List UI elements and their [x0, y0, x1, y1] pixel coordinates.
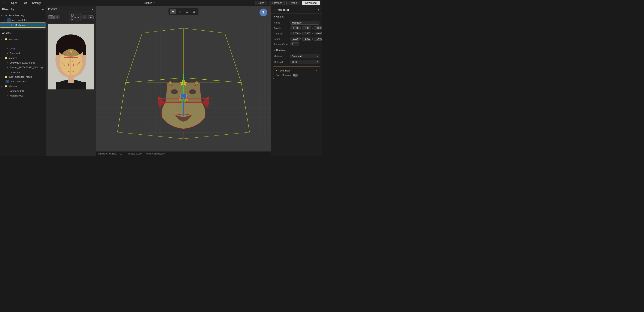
vp-tool-rotate[interactable]: ◎ — [177, 9, 183, 14]
hierarchy-add-icon[interactable]: + — [42, 8, 44, 11]
pos-y-input[interactable] — [302, 26, 311, 30]
face-inset-section: ▾ Face Inset + Face Mapping — [273, 66, 320, 79]
home-icon[interactable]: ⌂ — [2, 1, 6, 5]
tree-arrow-face-mask: ▾ — [4, 19, 7, 21]
view-2d-button[interactable]: □ — [48, 15, 54, 19]
tree-item-jpeg[interactable]: ▪ 20240115-202238.jpeg — [0, 60, 46, 65]
zoom-x-label: X — [300, 38, 302, 40]
tree-item-face-tracking[interactable]: ▾ ◈ Face Tracking — [0, 13, 46, 18]
rot-y-input[interactable] — [302, 32, 311, 35]
pos-x-group: X — [290, 26, 302, 30]
section-renderer[interactable]: ▾ Renderer — [271, 47, 322, 53]
tree-item-unlit[interactable]: ● Unlit — [0, 46, 46, 51]
project-name: untitled — [144, 1, 152, 4]
viewport[interactable]: ✛ ◎ ⊡ ⊟ T F — [96, 6, 271, 156]
tree-item-crown[interactable]: ▪ crown.png — [0, 70, 46, 74]
svg-point-36 — [182, 98, 184, 99]
inspector-add-icon[interactable]: + — [318, 8, 320, 11]
tree-item-material-folder[interactable]: ▾ 📁 Material — [0, 84, 46, 89]
svg-point-26 — [189, 89, 196, 94]
vp-tool-move[interactable]: ✛ — [170, 9, 176, 14]
preview-title: Preview — [48, 7, 58, 10]
view-3d-button[interactable]: ◎ — [54, 15, 60, 19]
face-inset-header[interactable]: ▾ Face Inset + — [274, 68, 320, 73]
menu-edit[interactable]: Edit — [20, 1, 29, 5]
download-button[interactable]: Download — [302, 1, 320, 5]
vp-tool-screen[interactable]: ⊟ — [191, 9, 197, 14]
zoom-z-input[interactable] — [314, 37, 322, 41]
prop-rotation-row: Rotation X Y Z — [271, 31, 322, 36]
material1-dropdown[interactable]: Standard ▾ — [290, 54, 320, 58]
assets-add-icon[interactable]: + — [42, 31, 44, 35]
dot-icon-material003: ● — [6, 94, 9, 97]
prop-position-label: Position — [274, 27, 289, 29]
project-chevron-icon[interactable]: ▾ — [154, 1, 155, 4]
vp-tool-scale[interactable]: ⊡ — [184, 9, 190, 14]
zoom-y-input[interactable] — [302, 37, 311, 41]
face-mask-fbx-label: face_mask.fbx — [12, 19, 28, 21]
tree-item-lambert[interactable]: ● lambert2.001 — [0, 89, 46, 93]
dot-icon-1: ● — [6, 42, 9, 45]
export-button[interactable]: Export — [286, 1, 300, 5]
person-dropdown-arrow: ▾ — [78, 16, 79, 18]
stop-button[interactable]: ■ — [88, 15, 94, 19]
tree-item-textures[interactable]: ▾ 📁 textures — [0, 56, 46, 60]
rot-y-group: Y — [302, 32, 313, 35]
zoom-y-group: Y — [302, 37, 313, 41]
png1-label: Anlseq_1676463991_000.png — [10, 66, 42, 69]
svg-line-21 — [225, 33, 241, 83]
face-preview — [48, 24, 94, 89]
tree-item-materials[interactable]: ▾ 📁 materials — [0, 37, 46, 41]
tree-item-material003[interactable]: ● Material.003 — [0, 93, 46, 98]
svg-line-18 — [117, 83, 126, 132]
inspector-title: Inspector — [277, 8, 290, 11]
svg-marker-38 — [158, 97, 160, 99]
tree-item-standard[interactable]: ● Standard — [0, 51, 46, 56]
status-bar: Number of vertices: 7419 Triangles: 0.00… — [96, 151, 271, 156]
tree-item-png1[interactable]: ▪ Anlseq_1676463991_000.png — [0, 65, 46, 70]
pos-x-input[interactable] — [290, 26, 300, 30]
tree-item-mesheye[interactable]: ▾ ⬡ Mesheye — [0, 22, 46, 28]
preview-header: Preview ⌄ — [46, 6, 96, 12]
rot-x-input[interactable] — [290, 32, 300, 35]
tree-item-mat-dot[interactable]: ● — [0, 41, 46, 46]
crown-label: crown.png — [10, 71, 21, 73]
tree-item-fbx-model-folder[interactable]: ▾ 📁 face_mask.fbx_model — [0, 74, 46, 79]
prop-zoom-label: Zoom — [274, 38, 289, 40]
folder-icon-textures: 📁 — [4, 56, 8, 60]
tree-item-face-mask-fbx[interactable]: ▾ f face_mask.fbx — [0, 18, 46, 22]
preview-collapse-icon[interactable]: ⌄ — [92, 7, 94, 10]
prop-position-row: Position X Y Z — [271, 25, 322, 31]
rot-x-group: X — [290, 32, 302, 35]
refresh-button[interactable]: ↻ — [82, 15, 87, 19]
section-object[interactable]: ▾ Object — [271, 14, 322, 20]
preview-button[interactable]: Preview — [269, 1, 285, 5]
svg-marker-16 — [117, 78, 250, 139]
materials-label: materials — [8, 38, 19, 40]
render-order-input[interactable] — [290, 42, 299, 46]
pos-z-input[interactable] — [314, 26, 322, 30]
rot-y-label: Y — [312, 32, 313, 35]
material-folder-label: Material — [8, 85, 17, 87]
prop-name-input[interactable]: Mesheye — [290, 21, 320, 25]
tree-arrow-material-folder: ▾ — [1, 85, 4, 87]
svg-point-25 — [171, 89, 178, 94]
assets-header: Assets + — [0, 30, 46, 37]
menu-bar-right: Save Preview Export Download — [255, 1, 320, 5]
person-dropdown[interactable]: Idel (Person 1) ▾ — [69, 13, 81, 21]
face-inset-add-icon[interactable]: + — [316, 69, 317, 72]
material2-dropdown[interactable]: Unlit ▾ — [290, 60, 320, 64]
status-nodes: Number of nodes: 0 — [146, 153, 165, 155]
tree-item-fbx2[interactable]: f face_mask.fbx — [0, 79, 46, 84]
menu-settings[interactable]: Settings — [30, 1, 44, 5]
dot-icon-lambert: ● — [6, 89, 9, 93]
svg-point-29 — [196, 81, 198, 84]
preview-image-area — [46, 23, 96, 156]
rot-z-input[interactable] — [314, 32, 322, 35]
face-tracking-icon: ◈ — [4, 14, 8, 17]
zoom-x-input[interactable] — [290, 37, 300, 41]
dot-icon-unlit: ● — [6, 47, 9, 50]
menu-open[interactable]: Open — [9, 1, 20, 5]
face-mapping-toggle[interactable] — [293, 74, 298, 77]
save-button[interactable]: Save — [255, 1, 268, 5]
